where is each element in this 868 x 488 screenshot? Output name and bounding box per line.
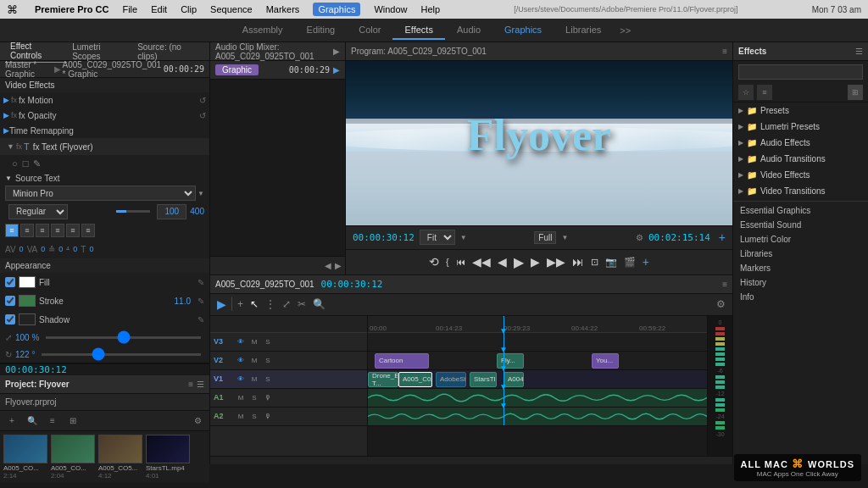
- video-effects-header[interactable]: ▶ 📁 Video Effects: [738, 169, 863, 181]
- frame-fwd-btn[interactable]: ▶: [531, 255, 540, 269]
- shadow-color-swatch[interactable]: [19, 313, 36, 325]
- menu-file[interactable]: File: [122, 4, 137, 14]
- track-v1-M[interactable]: M: [248, 373, 260, 385]
- icon-view-btn[interactable]: ⊞: [64, 413, 81, 430]
- align-justify-right-btn[interactable]: ≡: [81, 224, 95, 237]
- pen-tool[interactable]: ✎: [33, 158, 41, 169]
- menu-markers[interactable]: Markers: [266, 4, 300, 14]
- track-v3-lock[interactable]: M: [248, 336, 260, 347]
- monitor-settings-icon[interactable]: ≡: [722, 47, 727, 56]
- audio-expand-icon[interactable]: ▶: [333, 47, 340, 56]
- track-a2-mic[interactable]: 🎙: [262, 410, 274, 422]
- history-item[interactable]: History: [733, 275, 868, 290]
- stroke-color-swatch[interactable]: [19, 295, 36, 307]
- info-item[interactable]: Info: [733, 290, 868, 304]
- panel-list-view-btn[interactable]: ≡: [188, 380, 193, 389]
- essential-sound-item[interactable]: Essential Sound: [733, 218, 868, 232]
- video-transitions-header[interactable]: ▶ 📁 Video Transitions: [738, 185, 863, 197]
- menu-sequence[interactable]: Sequence: [210, 4, 253, 14]
- stroke-checkbox[interactable]: [5, 296, 15, 306]
- settings-btn[interactable]: ⚙: [189, 413, 206, 430]
- align-right-btn[interactable]: ≡: [36, 224, 49, 237]
- project-item-3[interactable]: StarsTL.mp4 4:01: [146, 435, 190, 480]
- time-remap-toggle[interactable]: ▶: [3, 126, 9, 135]
- project-item-2[interactable]: A005_CO5... 4:12: [98, 435, 142, 480]
- apple-menu[interactable]: ⌘: [7, 3, 18, 16]
- pencil-shadow-icon[interactable]: ✎: [198, 315, 204, 324]
- add-marker-btn[interactable]: +: [643, 255, 649, 269]
- align-justify-center-btn[interactable]: ≡: [66, 224, 80, 237]
- source-text-expand[interactable]: ▼: [5, 175, 12, 182]
- align-justify-left-btn[interactable]: ≡: [51, 224, 64, 237]
- track-v1-S[interactable]: S: [262, 373, 274, 385]
- clip-a005[interactable]: A005_C029_...: [398, 372, 432, 387]
- settings-icon[interactable]: ⚙: [636, 233, 643, 242]
- tl-settings-btn[interactable]: ⚙: [715, 298, 727, 310]
- new-item-btn[interactable]: +: [3, 413, 20, 430]
- export-frame-btn[interactable]: 📷: [605, 257, 617, 268]
- menu-edit[interactable]: Edit: [151, 4, 167, 14]
- track-a1-M[interactable]: M: [235, 391, 247, 403]
- clip-starstl[interactable]: StarsTl...: [470, 372, 497, 387]
- style-select[interactable]: Regular: [8, 204, 68, 219]
- effects-search-input[interactable]: [738, 64, 863, 80]
- project-item-1[interactable]: A005_CO... 2:04: [51, 435, 95, 480]
- eff-presets-icon[interactable]: ☆: [738, 85, 754, 100]
- ws-tab-assembly[interactable]: Assembly: [231, 21, 295, 40]
- fit-select[interactable]: Fit: [420, 230, 455, 245]
- clip-drone[interactable]: Drone_Big T...: [368, 372, 398, 387]
- fill-checkbox[interactable]: [5, 277, 15, 287]
- track-v2-lock[interactable]: M: [248, 354, 260, 366]
- clip-cartoon[interactable]: Cartoon: [375, 353, 429, 369]
- tl-track-select[interactable]: ⋮: [264, 298, 277, 310]
- list-view-btn[interactable]: ≡: [44, 413, 61, 430]
- ws-tab-audio[interactable]: Audio: [445, 21, 492, 40]
- text-layer-expand[interactable]: ▼: [7, 142, 14, 151]
- ws-tab-libraries[interactable]: Libraries: [554, 21, 613, 40]
- pencil-stroke-icon[interactable]: ✎: [198, 297, 204, 306]
- project-item-0[interactable]: A005_CO... 2:14: [3, 435, 47, 480]
- leading-value[interactable]: 0: [58, 245, 63, 253]
- menu-help[interactable]: Help: [421, 4, 441, 14]
- audio-effects-header[interactable]: ▶ 📁 Audio Effects: [738, 136, 863, 149]
- tl-play-btn[interactable]: ▶: [215, 297, 228, 311]
- ws-tab-editing[interactable]: Editing: [295, 21, 348, 40]
- rotation-value[interactable]: 122 °: [15, 350, 35, 359]
- pencil-fill-icon[interactable]: ✎: [198, 278, 204, 287]
- libraries-item[interactable]: Libraries: [733, 247, 868, 261]
- rect-tool[interactable]: □: [23, 158, 29, 169]
- font-select[interactable]: Minion Pro: [5, 186, 196, 201]
- presets-header[interactable]: ▶ 📁 Presets: [738, 104, 863, 117]
- track-v1-eye[interactable]: 👁: [235, 373, 247, 385]
- tl-ripple-tool[interactable]: ⤢: [281, 298, 292, 310]
- font-size-input[interactable]: [157, 204, 186, 219]
- track-a2-M[interactable]: M: [235, 410, 247, 422]
- add-to-timeline-btn[interactable]: +: [719, 230, 726, 244]
- kerning-value[interactable]: 0: [19, 245, 24, 253]
- tl-razor-tool[interactable]: ✂: [296, 298, 308, 310]
- motion-toggle[interactable]: ▶: [3, 96, 9, 104]
- scale-slider[interactable]: [46, 336, 201, 339]
- text-layer-row[interactable]: ▼ fx T fx Text (Flyover): [0, 138, 209, 155]
- insert-btn[interactable]: {: [446, 257, 449, 267]
- mark-in-btn[interactable]: ⏮: [456, 257, 465, 267]
- play-btn[interactable]: ▶: [514, 254, 524, 270]
- tl-select-tool[interactable]: ↖: [248, 298, 260, 310]
- eff-sort-icon[interactable]: ≡: [757, 85, 772, 100]
- fill-color-swatch[interactable]: [19, 276, 36, 288]
- lumetri-header[interactable]: ▶ 📁 Lumetri Presets: [738, 120, 863, 133]
- track-v3-settings[interactable]: S: [262, 336, 274, 347]
- menu-clip[interactable]: Clip: [181, 4, 197, 14]
- lumetri-color-item[interactable]: Lumetri Color: [733, 232, 868, 247]
- tsign-value[interactable]: 0: [89, 245, 93, 253]
- step-back-btn[interactable]: ◀◀: [472, 255, 491, 269]
- rotation-slider[interactable]: [42, 353, 201, 356]
- mark-out-btn[interactable]: ⏭: [572, 255, 584, 269]
- ws-tab-effects[interactable]: Effects: [392, 21, 444, 40]
- tracking-value[interactable]: 0: [41, 245, 45, 253]
- full-select[interactable]: Full: [534, 231, 556, 244]
- search-project-btn[interactable]: 🔍: [24, 413, 41, 430]
- opacity-toggle[interactable]: ▶: [3, 111, 9, 119]
- track-v2-eye[interactable]: 👁: [235, 354, 247, 366]
- align-center-btn[interactable]: ≡: [20, 224, 34, 237]
